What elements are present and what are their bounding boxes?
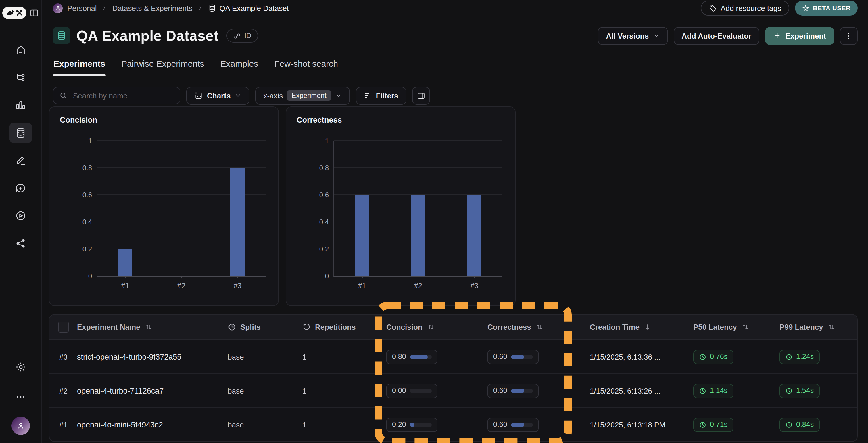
chart-slot: #2 bbox=[390, 141, 446, 276]
repetitions-value: 1 bbox=[302, 352, 386, 361]
workspace-avatar[interactable] bbox=[53, 3, 63, 13]
tab-few-shot-search[interactable]: Few-shot search bbox=[274, 56, 339, 76]
p99-latency-cell: 1.24s bbox=[779, 350, 857, 364]
xaxis-value-chip: Experiment bbox=[287, 90, 331, 101]
dataset-icon bbox=[53, 27, 70, 44]
score-meter[interactable]: 0.20 bbox=[386, 417, 438, 432]
charts-dropdown[interactable]: Charts bbox=[186, 87, 249, 105]
score-meter[interactable]: 0.60 bbox=[488, 417, 539, 432]
pencil-icon bbox=[15, 155, 26, 166]
copy-id-button[interactable]: ID bbox=[226, 29, 258, 42]
column-header-creation[interactable]: Creation Time bbox=[590, 323, 693, 331]
bar-concision-1[interactable] bbox=[118, 249, 132, 276]
column-header-name[interactable]: Experiment Name bbox=[77, 323, 228, 331]
latency-chip: 1.24s bbox=[779, 350, 819, 364]
bar-correctness-3[interactable] bbox=[467, 195, 482, 276]
latency-value: 1.24s bbox=[796, 353, 814, 361]
search-icon bbox=[59, 91, 67, 99]
chart-slot: #3 bbox=[210, 141, 266, 276]
xaxis-dropdown[interactable]: x-axis Experiment bbox=[255, 87, 350, 105]
score-fill bbox=[410, 355, 428, 359]
score-value: 0.60 bbox=[493, 420, 507, 429]
correctness-cell: 0.60 bbox=[488, 383, 590, 398]
bar-concision-3[interactable] bbox=[230, 168, 245, 276]
sidebar-item-pencil[interactable] bbox=[9, 150, 32, 171]
more-actions-button[interactable] bbox=[840, 27, 858, 45]
score-value: 0.80 bbox=[392, 353, 406, 361]
score-meter[interactable]: 0.00 bbox=[386, 383, 438, 398]
sidebar-item-settings[interactable] bbox=[9, 357, 32, 377]
plus-icon bbox=[773, 32, 781, 40]
filters-button[interactable]: Filters bbox=[356, 87, 406, 105]
p99-latency-cell: 0.84s bbox=[779, 417, 857, 432]
new-experiment-button[interactable]: Experiment bbox=[765, 27, 834, 45]
sidebar bbox=[0, 0, 42, 443]
add-auto-evaluator-button[interactable]: Add Auto-Evaluator bbox=[674, 27, 760, 45]
table-row-experiment-3[interactable]: #3strict-openai-4-turbo-9f372a55base10.8… bbox=[50, 340, 857, 374]
sidebar-item-message-plus[interactable] bbox=[9, 178, 32, 199]
column-label: P99 Latency bbox=[779, 323, 823, 331]
column-header-repetitions[interactable]: Repetitions bbox=[302, 323, 386, 331]
table-row-experiment-2[interactable]: #2openai-4-turbo-71126ca7base10.000.601/… bbox=[50, 374, 857, 408]
score-meter[interactable]: 0.60 bbox=[488, 383, 539, 398]
search-input[interactable] bbox=[72, 91, 174, 100]
phoenix-logo[interactable] bbox=[2, 7, 26, 19]
breadcrumb-datasets[interactable]: Datasets & Experiments bbox=[113, 4, 192, 12]
sidebar-item-play-circle[interactable] bbox=[9, 205, 32, 226]
experiment-name-link[interactable]: strict-openai-4-turbo-9f372a55 bbox=[77, 352, 228, 361]
score-meter[interactable]: 0.60 bbox=[488, 350, 539, 364]
column-header-concision[interactable]: Concision bbox=[386, 323, 488, 331]
sidebar-item-database[interactable] bbox=[9, 122, 32, 143]
table-toolbar: Charts x-axis Experiment Filters bbox=[41, 86, 868, 105]
table-header-row: Experiment NameSplitsRepetitionsConcisio… bbox=[50, 315, 857, 340]
add-resource-tags-button[interactable]: Add resource tags bbox=[701, 1, 789, 16]
row-index: #1 bbox=[50, 420, 77, 429]
column-label: Experiment Name bbox=[77, 323, 140, 331]
tab-pairwise-experiments[interactable]: Pairwise Experiments bbox=[121, 56, 205, 76]
sidebar-item-more[interactable] bbox=[9, 387, 32, 407]
sidebar-item-bar-chart[interactable] bbox=[9, 95, 32, 116]
breadcrumb-personal[interactable]: Personal bbox=[67, 4, 97, 12]
chart-title: Concision bbox=[60, 116, 97, 124]
experiment-name-link[interactable]: openai-4o-mini-5f4943c2 bbox=[77, 420, 228, 429]
score-fill bbox=[410, 422, 414, 426]
column-header-p50[interactable]: P50 Latency bbox=[693, 323, 779, 331]
top-bar: Personal Datasets & Experiments QA Examp… bbox=[41, 0, 868, 16]
bar-correctness-2[interactable] bbox=[411, 195, 425, 276]
sort-descending-icon bbox=[644, 323, 652, 331]
columns-button[interactable] bbox=[412, 87, 430, 105]
tab-experiments[interactable]: Experiments bbox=[53, 56, 106, 76]
score-value: 0.60 bbox=[493, 353, 507, 361]
y-axis-tick-label: 0.8 bbox=[83, 164, 92, 172]
chart-plus-icon bbox=[194, 91, 203, 100]
column-header-splits[interactable]: Splits bbox=[228, 323, 302, 331]
table-row-experiment-1[interactable]: #1openai-4o-mini-5f4943c2base10.200.601/… bbox=[50, 408, 857, 441]
sort-toggle-icon bbox=[741, 323, 750, 331]
sidebar-item-home[interactable] bbox=[9, 40, 32, 60]
y-axis-tick-label: 0 bbox=[325, 272, 329, 280]
score-meter[interactable]: 0.80 bbox=[386, 350, 438, 364]
creation-time: 1/15/2025, 6:13:26 ... bbox=[590, 386, 693, 395]
sidebar-item-share-network[interactable] bbox=[9, 233, 32, 254]
y-axis-tick-label: 0.4 bbox=[83, 218, 92, 226]
sidebar-item-flow[interactable] bbox=[9, 67, 32, 88]
tab-examples[interactable]: Examples bbox=[220, 56, 259, 76]
tab-bar: ExperimentsPairwise ExperimentsExamplesF… bbox=[41, 56, 868, 78]
clock-icon bbox=[699, 421, 707, 428]
column-header-p99[interactable]: P99 Latency bbox=[779, 323, 857, 331]
sort-toggle-icon bbox=[427, 323, 435, 331]
search-box[interactable] bbox=[53, 87, 181, 104]
x-axis-tick bbox=[362, 276, 363, 278]
y-axis-tick-label: 0.6 bbox=[83, 191, 92, 199]
experiment-name-link[interactable]: openai-4-turbo-71126ca7 bbox=[77, 386, 228, 395]
user-avatar[interactable] bbox=[11, 417, 30, 435]
bar-correctness-1[interactable] bbox=[355, 195, 369, 276]
latency-chip: 0.76s bbox=[693, 350, 733, 364]
collapse-sidebar-icon[interactable] bbox=[29, 8, 39, 18]
pie-icon bbox=[228, 323, 236, 331]
column-header-correctness[interactable]: Correctness bbox=[488, 323, 590, 331]
select-all-checkbox[interactable] bbox=[58, 322, 69, 332]
score-track bbox=[410, 355, 432, 359]
chart-title: Correctness bbox=[297, 116, 342, 124]
all-versions-dropdown[interactable]: All Versions bbox=[598, 27, 668, 45]
